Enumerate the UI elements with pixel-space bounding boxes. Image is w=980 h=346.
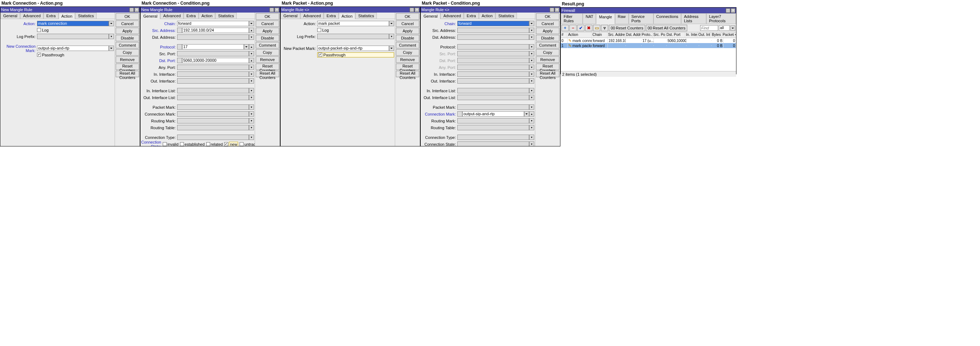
- cancel-button[interactable]: Cancel: [396, 21, 419, 27]
- tab-address[interactable]: Address Lists: [681, 13, 706, 24]
- apply-button[interactable]: Apply: [116, 28, 139, 34]
- col-proto[interactable]: Proto...: [641, 32, 653, 38]
- remove-button[interactable]: Remove: [116, 56, 139, 63]
- expand-icon[interactable]: ▾: [529, 125, 534, 130]
- cancel-button[interactable]: Cancel: [256, 21, 279, 27]
- remove-icon[interactable]: −: [570, 25, 577, 31]
- table-row[interactable]: 1 ✎ mark packet forward 0 B 0: [561, 43, 736, 48]
- dropdown-icon[interactable]: ⏷: [389, 46, 394, 51]
- table-row[interactable]: 0 ✎ mark connection forward 192.168.10..…: [561, 38, 736, 43]
- copy-button[interactable]: Copy: [256, 49, 279, 56]
- expand-icon[interactable]: ▾: [529, 28, 534, 33]
- tab-statistics[interactable]: Statistics: [495, 13, 517, 19]
- col-bytes[interactable]: Bytes: [710, 32, 722, 38]
- reset-counters-button[interactable]: Reset Counters: [256, 63, 279, 70]
- reset-all-counters-button[interactable]: Reset All Counters: [536, 71, 559, 77]
- apply-button[interactable]: Apply: [256, 28, 279, 34]
- filter-select[interactable]: all: [719, 25, 730, 31]
- cancel-button[interactable]: Cancel: [536, 21, 559, 27]
- minimize-icon[interactable]: □: [129, 8, 134, 12]
- action-input[interactable]: mark connection: [37, 21, 109, 26]
- col-packets[interactable]: Packets: [722, 32, 734, 38]
- expand-icon[interactable]: ▴: [249, 28, 254, 33]
- related-checkbox[interactable]: [206, 142, 210, 146]
- ininterlist-input[interactable]: [177, 88, 249, 93]
- expand-icon[interactable]: ▾: [249, 118, 254, 124]
- add-icon[interactable]: +: [562, 25, 569, 31]
- expand-icon[interactable]: ▾: [529, 88, 534, 93]
- close-icon[interactable]: ✕: [274, 8, 279, 12]
- routingmark-input[interactable]: [177, 118, 249, 124]
- routingtable-input[interactable]: [457, 125, 529, 130]
- dropdown-icon[interactable]: ⏷: [249, 21, 254, 26]
- invert-icon[interactable]: [177, 58, 182, 63]
- disable-button[interactable]: Disable: [536, 35, 559, 41]
- passthrough-checkbox[interactable]: [318, 53, 322, 57]
- srcport-input[interactable]: [177, 51, 249, 56]
- expand-icon[interactable]: ▾: [249, 71, 254, 77]
- protocol-input[interactable]: 17: [182, 44, 244, 49]
- dstaddr-input[interactable]: [177, 35, 249, 40]
- comment-button[interactable]: Comment: [536, 42, 559, 48]
- ininterface-input[interactable]: [457, 71, 529, 77]
- outinterlist-input[interactable]: [177, 95, 249, 100]
- connmark-input[interactable]: output-sip-and-rtp: [462, 111, 524, 117]
- invert-icon[interactable]: [177, 28, 182, 33]
- expand-icon[interactable]: ▾: [529, 65, 534, 70]
- anyport-input[interactable]: [177, 65, 249, 70]
- passthrough-checkbox[interactable]: [37, 53, 41, 57]
- dropdown-icon[interactable]: ⏷: [730, 25, 735, 31]
- tab-extra[interactable]: Extra: [184, 13, 199, 19]
- ok-button[interactable]: OK: [256, 13, 279, 20]
- expand-icon[interactable]: ▾: [249, 125, 254, 130]
- remove-button[interactable]: Remove: [536, 56, 559, 63]
- expand-icon[interactable]: ▾: [529, 71, 534, 77]
- expand-icon[interactable]: ▾: [529, 35, 534, 40]
- ininterlist-input[interactable]: [457, 88, 529, 93]
- reset-counters-button[interactable]: Reset Counters: [116, 63, 139, 70]
- outinterface-input[interactable]: [457, 78, 529, 84]
- packetmark-input[interactable]: [457, 105, 529, 110]
- connmark-input[interactable]: [177, 111, 249, 117]
- protocol-input[interactable]: [457, 44, 529, 49]
- expand-icon[interactable]: ▾: [529, 118, 534, 124]
- expand-icon[interactable]: ▾: [249, 65, 254, 70]
- reset-counters-button[interactable]: 00Reset Counters: [609, 25, 645, 31]
- col-num[interactable]: #: [561, 32, 567, 38]
- expand-icon[interactable]: ▾: [109, 34, 114, 39]
- enable-icon[interactable]: ✔: [577, 25, 584, 31]
- routingmark-input[interactable]: [457, 118, 529, 124]
- expand-icon[interactable]: ▾: [529, 44, 534, 49]
- log-checkbox[interactable]: [37, 28, 41, 32]
- disable-button[interactable]: Disable: [396, 35, 419, 41]
- col-in[interactable]: In. Inter...: [685, 32, 698, 38]
- disable-button[interactable]: Disable: [116, 35, 139, 41]
- tab-general[interactable]: General: [0, 13, 20, 19]
- routingtable-input[interactable]: [177, 125, 249, 130]
- tab-service[interactable]: Service Ports: [628, 13, 654, 24]
- chain-input[interactable]: forward: [457, 21, 529, 26]
- col-chain[interactable]: Chain: [592, 32, 608, 38]
- tab-statistics[interactable]: Statistics: [215, 13, 237, 19]
- expand-icon[interactable]: ▾: [249, 51, 254, 56]
- dstport-input[interactable]: 5060,10000-20000: [182, 58, 249, 63]
- minimize-icon[interactable]: □: [550, 8, 554, 12]
- disable-button[interactable]: Disable: [256, 35, 279, 41]
- find-input[interactable]: [700, 25, 718, 31]
- outinterface-input[interactable]: [177, 78, 249, 84]
- copy-button[interactable]: Copy: [116, 49, 139, 56]
- ok-button[interactable]: OK: [116, 13, 139, 20]
- conntype-input[interactable]: [177, 135, 249, 140]
- reset-counters-button[interactable]: Reset Counters: [536, 63, 559, 70]
- dropdown-icon[interactable]: ⏷: [109, 21, 114, 26]
- conntype-input[interactable]: [457, 135, 529, 140]
- log-checkbox[interactable]: [317, 28, 321, 32]
- srcaddr-input[interactable]: 192.168.100.0/24: [182, 28, 249, 33]
- tab-nat[interactable]: NAT: [583, 13, 596, 24]
- logprefix-input[interactable]: [317, 34, 389, 39]
- tab-layer7[interactable]: Layer7 Protocols: [706, 13, 736, 24]
- close-icon[interactable]: ✕: [415, 8, 419, 12]
- untracked-checkbox[interactable]: [240, 142, 243, 146]
- tab-action[interactable]: Action: [479, 13, 496, 19]
- expand-icon[interactable]: ▴: [249, 44, 254, 49]
